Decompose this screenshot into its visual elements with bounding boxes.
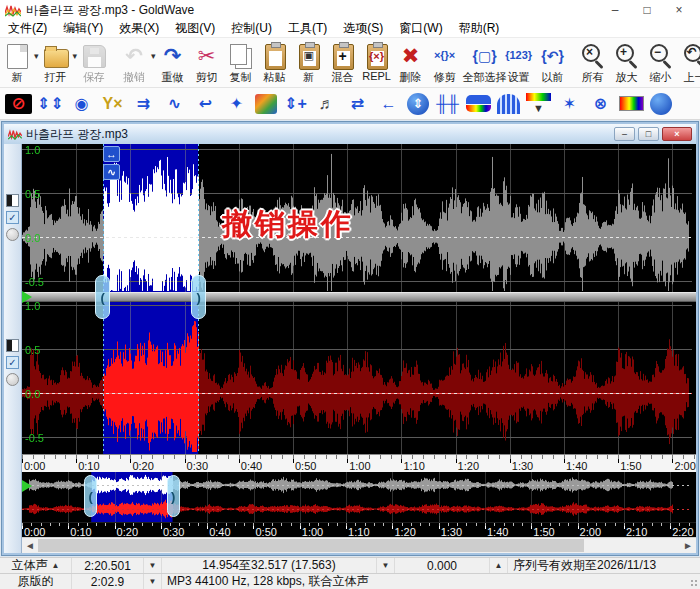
toolbar-button-icon: {↶}	[539, 42, 567, 69]
right-channel-button[interactable]	[6, 339, 19, 352]
fx-playlist-icon[interactable]: ♬	[314, 91, 339, 117]
open-button[interactable]: 打开	[39, 41, 73, 85]
doc-restore-button[interactable]: □	[638, 127, 659, 141]
new-button[interactable]: 新	[0, 41, 34, 85]
doc-close-button[interactable]: ×	[662, 127, 692, 141]
minimize-button[interactable]: –	[599, 0, 631, 20]
menu-view[interactable]: 视图(V)	[167, 20, 223, 37]
overview-strip[interactable]: ( )	[22, 472, 696, 522]
channels-caret-icon[interactable]: ▲	[52, 561, 60, 570]
status-channels[interactable]: 立体声 ▲	[0, 558, 72, 573]
fx-compressor-icon[interactable]: ⇕+	[283, 91, 308, 117]
previous-button[interactable]: {↶} 以前	[536, 41, 570, 85]
selection-dropdown-icon[interactable]: ▼	[377, 558, 395, 573]
menu-edit[interactable]: 编辑(Y)	[55, 20, 111, 37]
fx-maximize-icon[interactable]: ⇕	[407, 93, 429, 115]
doc-minimize-button[interactable]: –	[614, 127, 635, 141]
marker-caret-icon[interactable]: ▲	[490, 558, 508, 573]
selection-start-handle[interactable]: (	[95, 275, 110, 319]
selection-move-icon[interactable]: ↔	[103, 146, 120, 162]
set-button[interactable]: {123} 设置	[502, 41, 536, 85]
toolbar-button-label: 以前	[542, 70, 564, 85]
fx-reverse-icon[interactable]: ←	[376, 91, 401, 117]
window-length-dropdown-icon[interactable]: ▼	[144, 574, 162, 589]
replace-button[interactable]: {×} REPL	[360, 41, 394, 82]
right-channel-checkbox[interactable]: ✓	[6, 356, 19, 369]
save-button[interactable]: 保存	[77, 41, 111, 85]
menu-options[interactable]: 选项(S)	[335, 20, 391, 37]
overview-canvas[interactable]	[22, 472, 692, 522]
fx-interpolate-icon[interactable]: ✶	[557, 91, 582, 117]
status-total-length[interactable]: 2:20.501	[72, 558, 144, 573]
time-label: 0:30	[187, 460, 208, 472]
undo-button[interactable]: ↶ 撤销	[117, 41, 151, 85]
copy-button[interactable]: 复制	[224, 41, 258, 85]
toolbar-button-icon	[42, 42, 70, 69]
left-channel-button[interactable]	[6, 194, 19, 207]
status-window-length[interactable]: 2:02.9	[72, 574, 144, 589]
zoom-previous-button[interactable]: ↶ 上一	[678, 41, 700, 85]
right-channel-radio[interactable]	[6, 373, 19, 386]
scroll-right-icon[interactable]: ►	[680, 538, 696, 553]
selection-stretch-icon[interactable]: ∿	[103, 164, 120, 180]
menu-help[interactable]: 帮助(R)	[451, 20, 508, 37]
toolbar-button-label: 新	[303, 70, 314, 85]
time-axis-minor-ticks	[22, 455, 696, 459]
left-channel-radio[interactable]	[6, 228, 19, 241]
overview-selection-start-handle[interactable]: (	[84, 475, 97, 517]
fx-filter-icon[interactable]	[255, 94, 277, 114]
resize-grip[interactable]	[690, 579, 698, 587]
fx-more-icon[interactable]	[650, 93, 672, 115]
overview-selection-end-handle[interactable]: )	[167, 475, 180, 517]
paste-new-button[interactable]: ▣ 新	[292, 41, 326, 85]
playback-marker-icon[interactable]	[22, 291, 32, 303]
scrollbar-track[interactable]	[38, 538, 680, 553]
menu-control[interactable]: 控制(U)	[223, 20, 280, 37]
channel-separator[interactable]	[22, 292, 696, 302]
cut-button[interactable]: ✂ 剪切	[190, 41, 224, 85]
fx-noise-reduction-icon[interactable]: ⊗	[588, 91, 613, 117]
waveform-view[interactable]: 1.00.50.0-0.5 1.00.50.0-0.5 ↔∿ ( ) 撤销操作	[22, 144, 696, 454]
fx-mixer-icon[interactable]: ╫╫	[435, 91, 460, 117]
fx-shape-icon[interactable]	[466, 95, 491, 112]
fx-doppler-icon[interactable]: ∿	[162, 91, 187, 117]
fx-flange-icon[interactable]: ✦	[224, 91, 249, 117]
fx-dynamics-icon[interactable]: ◉	[69, 91, 94, 117]
mix-button[interactable]: + 混合	[326, 41, 360, 85]
time-axis[interactable]: 0:000:100:200:300:400:501:001:101:201:30…	[22, 454, 696, 472]
status-quality[interactable]: 原版的	[0, 574, 72, 589]
scroll-left-icon[interactable]: ◄	[22, 538, 38, 553]
menu-tools[interactable]: 工具(T)	[280, 20, 335, 37]
fx-spectrum-icon[interactable]	[619, 96, 644, 111]
redo-button[interactable]: ↷ 重做	[156, 41, 190, 85]
fx-reverb-icon[interactable]	[497, 94, 520, 114]
overview-time-label: 0:40	[209, 526, 230, 537]
left-channel-checkbox[interactable]: ✓	[6, 211, 19, 224]
fx-exchange-icon[interactable]: ⇄	[345, 91, 370, 117]
select-all-button[interactable]: {▢} 全部选择	[468, 41, 502, 85]
fx-adjust-icon[interactable]: ⇕⇕	[38, 91, 63, 117]
maximize-button[interactable]: □	[631, 0, 663, 20]
close-button[interactable]: ×	[663, 0, 695, 20]
length-dropdown-icon[interactable]: ▼	[144, 558, 162, 573]
document-title-bar[interactable]: 바츨라프 광장.mp3 – □ ×	[4, 124, 696, 144]
scrollbar-thumb[interactable]	[38, 539, 584, 552]
selection-end-handle[interactable]: )	[191, 275, 206, 319]
toolbar-button-label: 打开	[45, 70, 67, 85]
menu-effects[interactable]: 效果(X)	[111, 20, 167, 37]
fx-echo-icon[interactable]: ↩	[193, 91, 218, 117]
fx-offset-icon[interactable]: ⇉	[131, 91, 156, 117]
overview-playback-marker-icon[interactable]	[22, 480, 32, 492]
fx-spectrum-filter-icon[interactable]: ▼	[526, 93, 551, 114]
horizontal-scrollbar[interactable]: ◄ ►	[22, 537, 696, 553]
paste-button[interactable]: 粘贴	[258, 41, 292, 85]
fx-mute-icon[interactable]: ⊘	[5, 94, 32, 114]
delete-button[interactable]: ✖ 删除	[394, 41, 428, 85]
fx-pitch-icon[interactable]: Y×	[100, 91, 125, 117]
menu-file[interactable]: 文件(Z)	[0, 20, 55, 37]
zoom-out-button[interactable]: − 缩小	[644, 41, 678, 85]
menu-window[interactable]: 窗口(W)	[391, 20, 450, 37]
trim-button[interactable]: ×{}× 修剪	[428, 41, 462, 85]
zoom-all-button[interactable]: × 所有	[576, 41, 610, 85]
zoom-in-button[interactable]: + 放大	[610, 41, 644, 85]
